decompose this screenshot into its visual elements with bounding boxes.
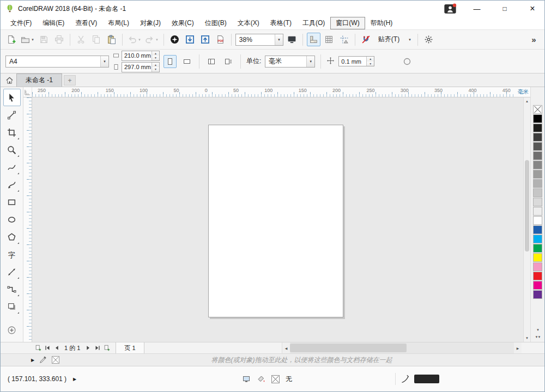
stepper-down-icon[interactable]: ▼ bbox=[367, 62, 374, 66]
new-document-button[interactable] bbox=[4, 33, 18, 46]
toolbar-overflow-button[interactable]: » bbox=[527, 33, 541, 46]
previous-page-button[interactable] bbox=[52, 344, 61, 353]
import-button[interactable] bbox=[183, 33, 197, 46]
canvas[interactable] bbox=[23, 97, 523, 342]
export-button[interactable] bbox=[198, 33, 212, 46]
menu-text[interactable]: 文本(X) bbox=[232, 17, 265, 29]
stepper-down-icon[interactable]: ▼ bbox=[152, 56, 159, 60]
zoom-tool[interactable] bbox=[3, 141, 21, 158]
add-page-button[interactable] bbox=[33, 344, 43, 353]
minimize-button[interactable]: — bbox=[465, 1, 489, 17]
stepper-up-icon[interactable]: ▲ bbox=[367, 57, 374, 62]
chevron-down-icon[interactable]: ▼ bbox=[275, 34, 283, 45]
palette-swatch-gray-5[interactable] bbox=[533, 207, 542, 216]
stepper-up-icon[interactable]: ▲ bbox=[152, 63, 159, 68]
connector-tool[interactable] bbox=[3, 280, 21, 298]
menu-tools[interactable]: 工具(O) bbox=[297, 17, 330, 29]
maximize-button[interactable]: □ bbox=[493, 1, 517, 17]
vertical-scroll-track[interactable] bbox=[524, 105, 530, 334]
chevron-down-icon[interactable]: ▼ bbox=[155, 38, 159, 41]
options-button[interactable] bbox=[422, 33, 435, 46]
horizontal-ruler-ticks[interactable]: 2502001501005005010015020025030035040045… bbox=[32, 87, 516, 97]
status-expander-icon[interactable]: ▶ bbox=[73, 377, 76, 382]
show-grid-button[interactable] bbox=[322, 33, 336, 46]
palette-swatch-green[interactable] bbox=[533, 244, 542, 253]
shape-tool[interactable] bbox=[3, 106, 21, 124]
palette-swatch-gray-40[interactable] bbox=[533, 170, 542, 179]
chevron-down-icon[interactable]: ▼ bbox=[138, 38, 141, 41]
landscape-orientation-button[interactable] bbox=[180, 55, 193, 68]
more-tools-button[interactable] bbox=[3, 321, 21, 339]
palette-swatch-gray-10[interactable] bbox=[533, 198, 542, 206]
palette-swatch-red[interactable] bbox=[533, 272, 542, 280]
palette-scroll-down-icon[interactable]: ▼ bbox=[531, 326, 544, 333]
page-height-field[interactable]: 297.0 mm ▲▼ bbox=[122, 62, 160, 72]
palette-swatch-gray-70[interactable] bbox=[533, 142, 542, 151]
palette-swatch-gray-30[interactable] bbox=[533, 179, 542, 188]
palette-swatch-white[interactable] bbox=[533, 216, 542, 225]
show-rulers-button[interactable] bbox=[307, 33, 320, 46]
vertical-ruler[interactable] bbox=[23, 97, 32, 342]
menu-object[interactable]: 对象(J) bbox=[135, 17, 166, 29]
page-tab[interactable]: 页 1 bbox=[116, 342, 144, 353]
nudge-distance-field[interactable]: 0.1 mm ▲▼ bbox=[338, 56, 374, 66]
text-tool[interactable]: 字 bbox=[3, 246, 21, 263]
fullscreen-preview-button[interactable] bbox=[285, 33, 299, 46]
freehand-tool[interactable] bbox=[3, 158, 21, 176]
user-account-button[interactable] bbox=[439, 2, 461, 16]
ruler-origin-button[interactable] bbox=[23, 87, 32, 97]
menu-window[interactable]: 窗口(W) bbox=[330, 17, 365, 29]
page-size-preset-select[interactable]: A4 ▼ bbox=[5, 56, 109, 68]
paste-button[interactable] bbox=[105, 33, 118, 46]
all-pages-size-button[interactable] bbox=[205, 55, 218, 68]
menu-edit[interactable]: 编辑(E) bbox=[37, 17, 70, 29]
show-guidelines-button[interactable] bbox=[337, 33, 351, 46]
crop-tool[interactable] bbox=[3, 124, 21, 141]
palette-swatch-yellow[interactable] bbox=[533, 253, 542, 262]
palette-swatch-gray-90[interactable] bbox=[533, 124, 542, 132]
horizontal-ruler[interactable]: 2502001501005005010015020025030035040045… bbox=[23, 87, 530, 97]
horizontal-scrollbar[interactable]: ◀ ▶ bbox=[282, 342, 522, 353]
page-width-field[interactable]: 210.0 mm ▲▼ bbox=[122, 51, 160, 61]
drawing-page[interactable] bbox=[208, 125, 343, 317]
scroll-left-icon[interactable]: ◀ bbox=[282, 342, 290, 353]
menu-file[interactable]: 文件(F) bbox=[5, 17, 37, 29]
snap-to-select[interactable]: 贴齐(T)▼ bbox=[374, 34, 414, 46]
menu-bitmaps[interactable]: 位图(B) bbox=[199, 17, 232, 29]
palette-swatch-gray-20[interactable] bbox=[533, 188, 542, 197]
new-document-tab-button[interactable]: + bbox=[64, 75, 76, 85]
horizontal-scroll-track[interactable] bbox=[290, 342, 514, 353]
artistic-media-tool[interactable] bbox=[3, 176, 21, 193]
palette-swatch-no-color[interactable] bbox=[533, 105, 542, 114]
menu-view[interactable]: 查看(V) bbox=[70, 17, 102, 29]
palette-swatch-cyan[interactable] bbox=[533, 235, 542, 243]
add-page-button[interactable] bbox=[102, 344, 111, 353]
scroll-down-icon[interactable]: ▼ bbox=[524, 334, 530, 342]
menu-table[interactable]: 表格(T) bbox=[265, 17, 297, 29]
palette-expand-icon[interactable]: ▼▼ bbox=[531, 333, 544, 340]
pick-tool[interactable] bbox=[3, 89, 21, 106]
menu-layout[interactable]: 布局(L) bbox=[102, 17, 135, 29]
vertical-scroll-thumb[interactable] bbox=[525, 160, 529, 252]
chevron-down-icon[interactable]: ▼ bbox=[31, 38, 34, 41]
chevron-down-icon[interactable]: ▼ bbox=[306, 56, 314, 67]
last-page-button[interactable] bbox=[93, 344, 102, 353]
palette-swatch-purple[interactable] bbox=[533, 290, 542, 299]
document-tab[interactable]: 未命名 -1 bbox=[16, 74, 62, 87]
portrait-orientation-button[interactable] bbox=[164, 55, 177, 68]
hint-expander-icon[interactable]: ▶ bbox=[31, 358, 34, 363]
welcome-home-button[interactable] bbox=[2, 74, 16, 87]
stepper-down-icon[interactable]: ▼ bbox=[152, 67, 159, 72]
search-content-button[interactable] bbox=[168, 33, 181, 46]
page-options-button[interactable] bbox=[401, 55, 414, 68]
horizontal-scroll-thumb[interactable] bbox=[290, 344, 407, 352]
chevron-down-icon[interactable]: ▼ bbox=[407, 34, 413, 45]
current-page-size-button[interactable] bbox=[222, 55, 235, 68]
first-page-button[interactable] bbox=[43, 344, 52, 353]
palette-swatch-magenta[interactable] bbox=[533, 281, 542, 290]
ellipse-tool[interactable] bbox=[3, 211, 21, 228]
menu-help[interactable]: 帮助(H) bbox=[365, 17, 398, 29]
nudge-stepper[interactable]: ▲▼ bbox=[366, 57, 374, 66]
scroll-right-icon[interactable]: ▶ bbox=[514, 342, 522, 353]
palette-swatch-black[interactable] bbox=[533, 114, 542, 123]
